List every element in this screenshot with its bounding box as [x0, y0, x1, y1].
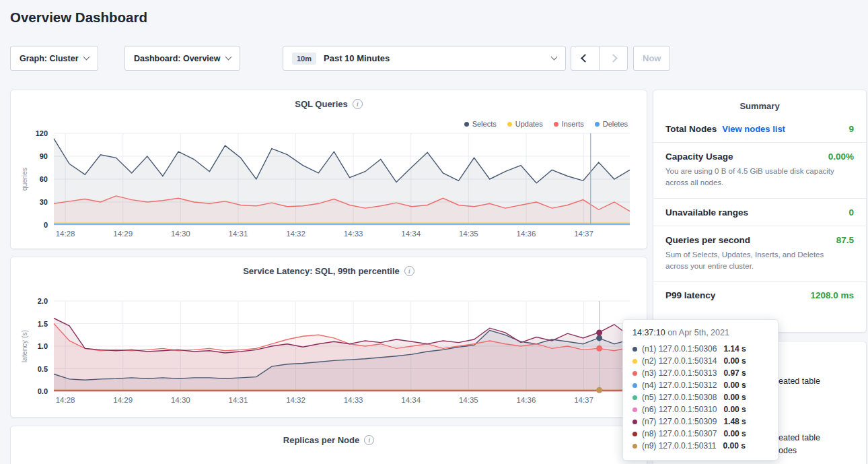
unavailable-ranges-value: 0: [848, 207, 854, 218]
tooltip-node-label: (n1) 127.0.0.1:50306: [642, 344, 717, 354]
series-dot-icon: [632, 395, 637, 400]
series-dot-icon: [632, 444, 637, 449]
tooltip-node-label: (n7) 127.0.0.1:50309: [642, 417, 717, 426]
graph-dropdown-label: Graph: Cluster: [20, 54, 79, 63]
tooltip-rows: (n1) 127.0.0.1:503061.14 s(n2) 127.0.0.1…: [632, 343, 768, 452]
svg-text:14:29: 14:29: [113, 230, 133, 238]
svg-text:14:32: 14:32: [286, 396, 305, 404]
replicas-per-node-card: Replicas per Node i: [10, 426, 647, 464]
svg-text:14:30: 14:30: [171, 396, 190, 404]
p99-latency-value: 1208.0 ms: [810, 290, 854, 300]
page-title: Overview Dashboard: [10, 9, 147, 26]
tooltip-row: (n7) 127.0.0.1:503091.48 s: [632, 416, 768, 428]
service-latency-plot[interactable]: 0.00.51.01.52.014:2814:2914:3014:3114:32…: [11, 296, 648, 409]
series-dot-icon: [632, 371, 637, 376]
svg-text:14:36: 14:36: [517, 230, 536, 238]
replicas-title: Replicas per Node i: [11, 426, 647, 445]
legend-item-updates[interactable]: Updates: [507, 120, 543, 128]
svg-text:14:28: 14:28: [56, 396, 75, 404]
event-item-fragment[interactable]: eated table: [779, 433, 820, 442]
tooltip-row: (n6) 127.0.0.1:503100.00 s: [632, 403, 768, 416]
summary-block-qps: Queries per second 87.5 Sum of Selects, …: [653, 226, 866, 281]
qps-label: Queries per second: [665, 235, 750, 245]
time-range-label: Past 10 Minutes: [324, 53, 390, 63]
svg-text:14:35: 14:35: [459, 230, 478, 238]
info-icon[interactable]: i: [364, 435, 374, 445]
summary-row-unavailable-ranges: Unavailable ranges 0: [653, 199, 866, 226]
tooltip-node-value: 1.48 s: [723, 417, 746, 426]
graph-dropdown[interactable]: Graph: Cluster: [10, 46, 98, 71]
summary-panel: Summary Total Nodes View nodes list 9 Ca…: [653, 90, 867, 333]
chart-title-text: Service Latency: SQL, 99th percentile: [243, 266, 400, 276]
legend-label: Inserts: [562, 120, 584, 128]
summary-block-capacity: Capacity Usage 0.00% You are using 0 B o…: [653, 143, 866, 198]
tooltip-timestamp: 14:37:10 on Apr 5th, 2021: [632, 328, 768, 337]
svg-text:60: 60: [40, 175, 48, 183]
tooltip-row: (n1) 127.0.0.1:503061.14 s: [632, 343, 768, 355]
time-prev-button[interactable]: [571, 46, 600, 71]
tooltip-node-value: 0.97 s: [723, 368, 746, 378]
service-latency-card: Service Latency: SQL, 99th percentile i …: [10, 257, 647, 418]
svg-text:120: 120: [36, 129, 48, 137]
info-icon[interactable]: i: [353, 99, 363, 109]
total-nodes-label: Total Nodes: [665, 124, 717, 134]
series-dot-icon: [632, 347, 637, 352]
qps-value: 87.5: [836, 235, 854, 245]
svg-text:0: 0: [44, 221, 48, 229]
summary-row-total-nodes: Total Nodes View nodes list 9: [653, 115, 866, 142]
time-next-button[interactable]: [599, 46, 628, 71]
tooltip-row: (n8) 127.0.0.1:503070.00 s: [632, 428, 768, 440]
series-dot-icon: [632, 359, 637, 364]
svg-text:14:37: 14:37: [574, 396, 593, 404]
chevron-left-icon: [581, 54, 589, 63]
tooltip-node-label: (n6) 127.0.0.1:50310: [642, 405, 717, 414]
legend-item-selects[interactable]: Selects: [464, 120, 497, 128]
svg-text:14:33: 14:33: [344, 396, 363, 404]
svg-text:latency (s): latency (s): [20, 330, 28, 362]
time-range-picker[interactable]: 10m Past 10 Minutes: [283, 46, 566, 71]
now-button[interactable]: Now: [633, 46, 670, 71]
tooltip-row: (n3) 127.0.0.1:503130.97 s: [632, 367, 768, 379]
info-icon[interactable]: i: [404, 266, 414, 276]
summary-row-p99: P99 latency 1208.0 ms: [653, 281, 866, 308]
svg-text:0.0: 0.0: [38, 387, 48, 395]
sql-queries-plot[interactable]: 030609012014:2814:2914:3014:3114:3214:33…: [11, 128, 648, 242]
tooltip-time: 14:37:10: [632, 328, 665, 337]
dashboard-dropdown[interactable]: Dashboard: Overview: [124, 46, 240, 71]
tooltip-node-label: (n4) 127.0.0.1:50312: [642, 380, 717, 390]
qps-description: Sum of Selects, Updates, Inserts, and De…: [653, 249, 866, 281]
sql-queries-card: SQL Queries i SelectsUpdatesInsertsDelet…: [10, 90, 647, 249]
svg-text:queries: queries: [20, 168, 28, 191]
svg-text:1.0: 1.0: [38, 342, 48, 350]
svg-text:14:35: 14:35: [459, 396, 478, 404]
chart-title-text: SQL Queries: [295, 99, 348, 109]
capacity-label: Capacity Usage: [665, 152, 733, 162]
legend-dot-icon: [554, 122, 558, 127]
svg-text:14:31: 14:31: [229, 396, 248, 404]
total-nodes-value: 9: [848, 124, 854, 134]
chart-title-text: Replicas per Node: [283, 435, 359, 445]
legend-label: Deletes: [603, 120, 628, 128]
event-item-fragment[interactable]: odes: [779, 446, 797, 455]
capacity-description: You are using 0 B of 4.5 GiB usable disk…: [653, 166, 866, 198]
series-dot-icon: [632, 420, 637, 424]
svg-text:14:31: 14:31: [229, 230, 248, 238]
view-nodes-link[interactable]: View nodes list: [722, 124, 785, 134]
overview-dashboard-page: Overview Dashboard Graph: Cluster Dashbo…: [0, 0, 868, 464]
legend-item-inserts[interactable]: Inserts: [554, 120, 584, 128]
tooltip-row: (n2) 127.0.0.1:503140.00 s: [632, 355, 768, 367]
tooltip-node-value: 0.00 s: [723, 429, 746, 438]
tooltip-node-value: 0.00 s: [723, 356, 746, 366]
tooltip-node-label: (n2) 127.0.0.1:50314: [642, 356, 717, 366]
time-nav-group: [571, 46, 628, 71]
sql-queries-title: SQL Queries i: [11, 90, 647, 109]
legend-item-deletes[interactable]: Deletes: [595, 120, 628, 128]
svg-text:30: 30: [40, 198, 48, 206]
now-button-label: Now: [643, 53, 661, 63]
dashboard-dropdown-label: Dashboard: Overview: [134, 54, 221, 63]
unavailable-ranges-label: Unavailable ranges: [665, 207, 748, 218]
tooltip-node-value: 0.00 s: [723, 393, 746, 402]
svg-text:14:30: 14:30: [171, 230, 190, 238]
legend-dot-icon: [464, 122, 469, 127]
event-item-fragment[interactable]: eated table: [779, 376, 820, 386]
